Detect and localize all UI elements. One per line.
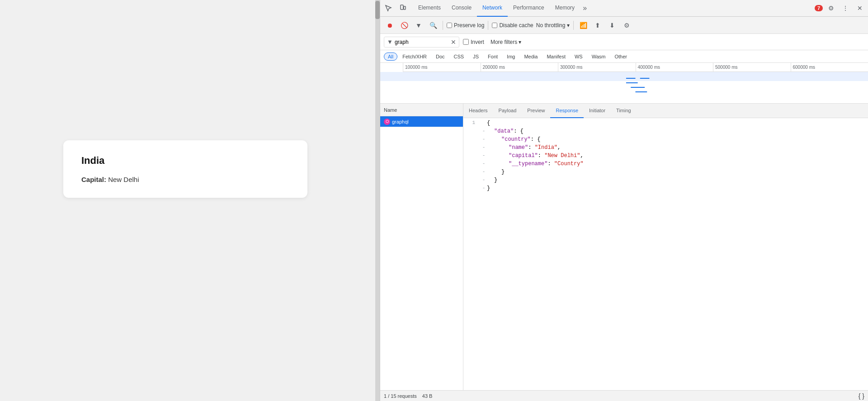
network-split: Name ✕ ⬡ graphql Headers Payload Preview… (380, 104, 868, 390)
page-content: India Capital: New Delhi (0, 0, 375, 401)
tab-performance[interactable]: Performance (508, 0, 550, 17)
timeline-area: 100000 ms 200000 ms 300000 ms 400000 ms … (380, 63, 868, 104)
detail-tab-preview[interactable]: Preview (522, 104, 550, 118)
svg-rect-0 (401, 5, 403, 10)
more-options-icon-btn[interactable]: ⋮ (839, 2, 852, 14)
request-name-text: graphql (392, 119, 409, 124)
tab-network[interactable]: Network (477, 0, 508, 17)
invert-label[interactable]: Invert (463, 39, 484, 45)
throttle-select[interactable]: No throttling ▾ (536, 22, 570, 29)
type-btn-js[interactable]: JS (469, 53, 483, 61)
card-title: India (81, 155, 289, 167)
tab-console[interactable]: Console (446, 0, 477, 17)
detail-tab-response[interactable]: Response (550, 104, 584, 118)
inspect-icon-btn[interactable] (382, 2, 395, 14)
graphql-icon: ⬡ (384, 119, 390, 125)
json-line-5: - "capital": "New Delhi", (463, 153, 868, 161)
tab-elements[interactable]: Elements (413, 0, 446, 17)
more-filters-chevron: ▾ (519, 39, 521, 45)
filter-clear-btn[interactable]: ✕ (451, 39, 456, 45)
filter-input[interactable] (395, 39, 449, 45)
search-icon-btn[interactable]: 🔍 (427, 19, 439, 31)
json-line-4: - "name": "India", (463, 144, 868, 153)
scrollbar-thumb[interactable] (375, 1, 380, 19)
json-line-2: - "data": { (463, 128, 868, 136)
disable-cache-checkbox-label[interactable]: Disable cache (492, 22, 533, 29)
type-filter-bar: All Fetch/XHR Doc CSS JS Font Img Media … (380, 50, 868, 63)
throttle-label: No throttling (536, 22, 566, 29)
json-line-3: - "country": { (463, 136, 868, 144)
network-table-header: Name ✕ (380, 104, 463, 116)
more-tabs-btn[interactable]: » (580, 4, 590, 12)
type-btn-css[interactable]: CSS (450, 53, 468, 61)
devtools-tab-bar: Elements Console Network Performance Mem… (380, 0, 868, 17)
filter-bar: ▼ ✕ Invert More filters ▾ (380, 34, 868, 50)
timeline-ruler: 100000 ms 200000 ms 300000 ms 400000 ms … (403, 63, 868, 72)
type-btn-media[interactable]: Media (520, 53, 542, 61)
type-btn-ws[interactable]: WS (571, 53, 587, 61)
ruler-tick-300k: 300000 ms (558, 63, 636, 72)
wifi-icon-btn[interactable]: 📶 (577, 19, 589, 31)
detail-tab-headers[interactable]: Headers (463, 104, 493, 118)
disable-cache-text: Disable cache (499, 22, 533, 29)
preserve-log-checkbox[interactable] (447, 23, 452, 28)
separator-1 (443, 21, 443, 30)
svg-rect-1 (404, 6, 406, 10)
type-btn-fetchxhr[interactable]: Fetch/XHR (398, 53, 431, 61)
request-name: ⬡ graphql (380, 119, 462, 125)
type-btn-manifest[interactable]: Manifest (542, 53, 570, 61)
network-detail-panel: Headers Payload Preview Response Initiat… (463, 104, 868, 390)
preserve-log-checkbox-label[interactable]: Preserve log (447, 22, 484, 29)
type-btn-wasm[interactable]: Wasm (588, 53, 610, 61)
throttle-dropdown-icon: ▾ (567, 22, 570, 29)
filter-icon-btn[interactable]: ▼ (413, 19, 425, 31)
response-content: 1 { - "data": { - "country": { - (463, 118, 868, 390)
requests-count: 1 / 15 requests (384, 393, 417, 399)
record-btn[interactable]: ⏺ (384, 19, 396, 31)
detail-tab-timing[interactable]: Timing (611, 104, 637, 118)
separator-3 (573, 21, 574, 30)
upload-icon-btn[interactable]: ⬆ (592, 19, 604, 31)
devtools-icon-buttons (382, 2, 409, 14)
settings-icon-btn[interactable]: ⚙ (825, 2, 837, 14)
devtools-panel: Elements Console Network Performance Mem… (380, 0, 868, 401)
tab-memory[interactable]: Memory (550, 0, 580, 17)
ruler-tick-100k: 100000 ms (403, 63, 481, 72)
network-toolbar: ⏺ 🚫 ▼ 🔍 Preserve log Disable cache No th… (380, 17, 868, 34)
detail-tab-bar: Headers Payload Preview Response Initiat… (463, 104, 868, 118)
type-btn-font[interactable]: Font (484, 53, 502, 61)
separator-2 (488, 21, 488, 30)
json-line-1: 1 { (463, 120, 868, 128)
device-icon-btn[interactable] (396, 2, 409, 14)
transfer-size: 43 B (422, 393, 433, 399)
disable-cache-checkbox[interactable] (492, 23, 497, 28)
type-btn-img[interactable]: Img (503, 53, 519, 61)
invert-checkbox[interactable] (463, 39, 469, 45)
filter-input-wrap[interactable]: ▼ ✕ (384, 37, 459, 48)
more-filters-btn[interactable]: More filters ▾ (488, 38, 524, 47)
settings2-icon-btn[interactable]: ⚙ (621, 19, 632, 31)
type-btn-other[interactable]: Other (610, 53, 631, 61)
devtools-right-icons: 7 ⚙ ⋮ ✕ (815, 2, 866, 14)
devtools-left-scrollbar[interactable] (375, 0, 380, 401)
close-icon-btn[interactable]: ✕ (854, 2, 866, 14)
format-icon-btn[interactable]: { } (859, 392, 864, 400)
download-icon-btn[interactable]: ⬇ (606, 19, 618, 31)
ruler-tick-200k: 200000 ms (481, 63, 558, 72)
ruler-tick-600k: 600000 ms (791, 63, 868, 72)
detail-tab-initiator[interactable]: Initiator (584, 104, 611, 118)
invert-text: Invert (471, 39, 484, 45)
clear-btn[interactable]: 🚫 (398, 19, 410, 31)
table-row[interactable]: ⬡ graphql (380, 116, 463, 127)
filter-funnel-icon: ▼ (387, 38, 393, 45)
ruler-tick-400k: 400000 ms (636, 63, 713, 72)
detail-tab-payload[interactable]: Payload (493, 104, 522, 118)
status-bar: 1 / 15 requests 43 B { } (380, 390, 868, 401)
json-line-9: - } (463, 185, 868, 193)
name-column-header: Name (380, 107, 462, 113)
capital-label: Capital: (81, 176, 106, 183)
network-request-list: Name ✕ ⬡ graphql (380, 104, 463, 390)
type-btn-all[interactable]: All (384, 53, 397, 61)
card-detail: Capital: New Delhi (81, 176, 289, 183)
type-btn-doc[interactable]: Doc (432, 53, 449, 61)
